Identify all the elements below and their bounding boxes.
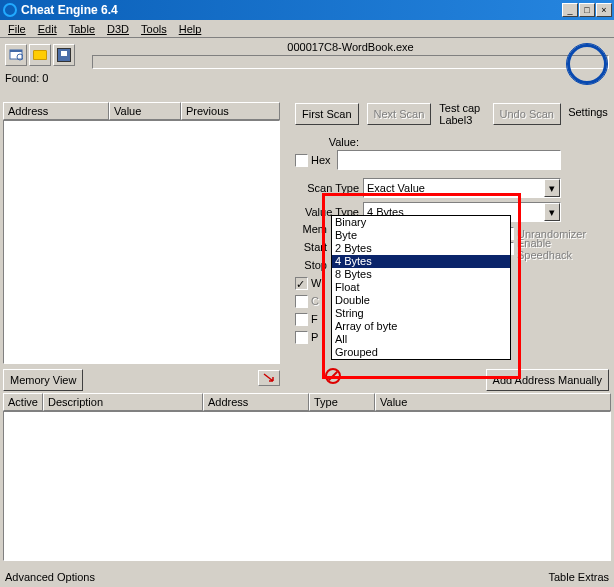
bcol-address[interactable]: Address xyxy=(203,393,309,411)
maximize-button[interactable]: □ xyxy=(579,3,595,17)
scantype-value: Exact Value xyxy=(367,182,425,194)
p-checkbox[interactable] xyxy=(295,331,308,344)
valuetype-dropdown[interactable]: Binary Byte 2 Bytes 4 Bytes 8 Bytes Floa… xyxy=(331,215,511,360)
option-string[interactable]: String xyxy=(332,307,510,320)
c-checkbox[interactable] xyxy=(295,295,308,308)
menu-file[interactable]: File xyxy=(2,22,32,36)
scantype-label: Scan Type xyxy=(295,182,363,194)
option-8bytes[interactable]: 8 Bytes xyxy=(332,268,510,281)
col-previous[interactable]: Previous xyxy=(181,102,280,120)
first-scan-button[interactable]: First Scan xyxy=(295,103,359,125)
mem-label: Mem xyxy=(295,223,330,235)
svg-rect-2 xyxy=(10,50,22,52)
process-list-button[interactable] xyxy=(5,44,27,66)
option-byte[interactable]: Byte xyxy=(332,229,510,242)
table-extras-link[interactable]: Table Extras xyxy=(548,571,609,583)
w-checkbox[interactable]: ✓ xyxy=(295,277,308,290)
stop-label: Stop xyxy=(295,259,330,271)
menu-help[interactable]: Help xyxy=(173,22,208,36)
ce-logo-icon[interactable] xyxy=(567,44,609,86)
value-label: Value: xyxy=(295,136,363,148)
menu-tools[interactable]: Tools xyxy=(135,22,173,36)
option-double[interactable]: Double xyxy=(332,294,510,307)
advanced-options-link[interactable]: Advanced Options xyxy=(5,571,95,583)
chevron-down-icon: ▾ xyxy=(544,179,560,197)
hex-label: Hex xyxy=(311,154,331,166)
speedhack-label: Enable Speedhack xyxy=(517,237,609,261)
minimize-button[interactable]: _ xyxy=(562,3,578,17)
menu-table[interactable]: Table xyxy=(63,22,101,36)
status-bar: Advanced Options Table Extras xyxy=(0,567,614,587)
settings-link[interactable]: Settings xyxy=(567,106,609,118)
save-button[interactable] xyxy=(53,44,75,66)
address-table: Active Description Address Type Value xyxy=(3,393,611,561)
app-icon xyxy=(2,2,18,18)
bcol-description[interactable]: Description xyxy=(43,393,203,411)
hex-checkbox[interactable] xyxy=(295,154,308,167)
col-address[interactable]: Address xyxy=(3,102,109,120)
menubar: File Edit Table D3D Tools Help xyxy=(0,20,614,38)
memory-view-button[interactable]: Memory View xyxy=(3,369,83,391)
f-checkbox[interactable] xyxy=(295,313,308,326)
testcap-label: Test cap xyxy=(439,102,480,114)
value-input[interactable] xyxy=(337,150,561,170)
add-address-button[interactable]: Add Address Manually xyxy=(486,369,609,391)
p-label: P xyxy=(311,331,318,343)
titlebar: Cheat Engine 6.4 _ □ × xyxy=(0,0,614,20)
undo-scan-button: Undo Scan xyxy=(493,103,561,125)
no-entry-icon xyxy=(325,368,341,384)
menu-edit[interactable]: Edit xyxy=(32,22,63,36)
option-4bytes[interactable]: 4 Bytes xyxy=(332,255,510,268)
option-2bytes[interactable]: 2 Bytes xyxy=(332,242,510,255)
open-button[interactable] xyxy=(29,44,51,66)
option-array[interactable]: Array of byte xyxy=(332,320,510,333)
bcol-value[interactable]: Value xyxy=(375,393,611,411)
scantype-select[interactable]: Exact Value ▾ xyxy=(363,178,561,198)
extra-options: Unrandomizer Enable Speedhack xyxy=(501,226,609,256)
chevron-down-icon: ▾ xyxy=(544,203,560,221)
w-label: W xyxy=(311,277,321,289)
close-button[interactable]: × xyxy=(596,3,612,17)
window-title: Cheat Engine 6.4 xyxy=(21,3,562,17)
bcol-type[interactable]: Type xyxy=(309,393,375,411)
label3: Label3 xyxy=(439,114,480,126)
scan-panel: First Scan Next Scan Test cap Label3 Und… xyxy=(295,102,561,222)
col-value[interactable]: Value xyxy=(109,102,181,120)
address-list[interactable] xyxy=(3,411,611,561)
process-title: 000017C8-WordBook.exe xyxy=(92,41,609,53)
results-list[interactable] xyxy=(3,120,280,364)
svg-point-0 xyxy=(4,4,16,16)
start-label: Start xyxy=(295,241,330,253)
option-float[interactable]: Float xyxy=(332,281,510,294)
progress-bar xyxy=(92,55,609,69)
results-panel: Address Value Previous xyxy=(3,102,280,364)
option-grouped[interactable]: Grouped xyxy=(332,346,510,359)
found-count: Found: 0 xyxy=(0,72,614,84)
c-label: C xyxy=(311,295,319,307)
option-all[interactable]: All xyxy=(332,333,510,346)
bcol-active[interactable]: Active xyxy=(3,393,43,411)
toolbar: 000017C8-WordBook.exe xyxy=(0,38,614,72)
next-scan-button: Next Scan xyxy=(367,103,432,125)
f-label: F xyxy=(311,313,318,325)
option-binary[interactable]: Binary xyxy=(332,216,510,229)
menu-d3d[interactable]: D3D xyxy=(101,22,135,36)
add-to-list-button[interactable] xyxy=(258,370,280,386)
